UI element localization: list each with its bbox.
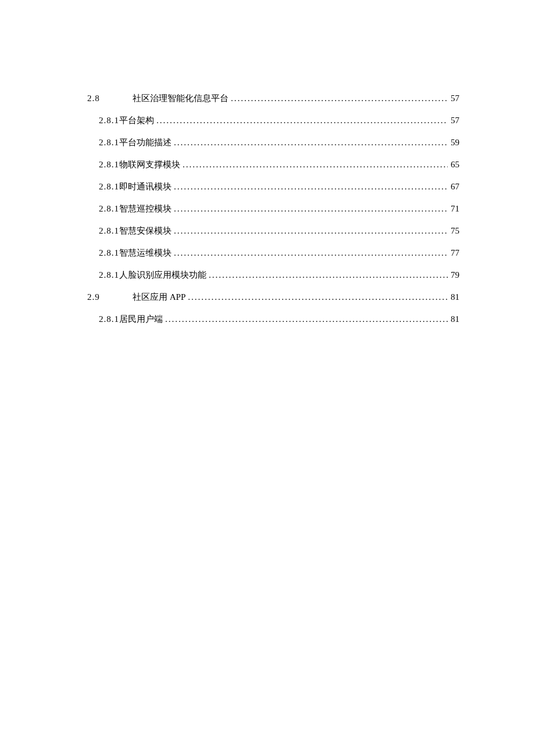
toc-leader-dots [163,314,448,324]
toc-leader-dots [180,160,448,170]
toc-page-number: 79 [448,270,459,280]
toc-number: 2.8.1 [99,182,119,192]
toc-leader-dots [172,226,448,236]
toc-entry[interactable]: 2.8.1 居民用户端 81 [87,314,459,325]
toc-entry[interactable]: 2.8.1 物联网支撑模块 65 [87,159,459,170]
toc-leader-dots [186,292,448,302]
toc-leader-dots [154,116,448,126]
toc-title: 平台功能描述 [119,137,172,148]
toc-title: 智慧巡控模块 [119,203,172,214]
toc-entry[interactable]: 2.8 社区治理智能化信息平台 57 [87,93,459,104]
toc-page-number: 57 [448,94,459,103]
toc-leader-dots [206,270,448,280]
toc-title: 社区治理智能化信息平台 [133,93,229,104]
toc-entry[interactable]: 2.9 社区应用 APP 81 [87,292,459,303]
toc-number: 2.8.1 [99,204,119,214]
toc-page-number: 77 [448,248,459,258]
toc-page-number: 67 [448,182,459,192]
toc-number: 2.8.1 [99,314,119,324]
toc-title: 即时通讯模块 [119,181,172,192]
toc-entry[interactable]: 2.8.1 平台功能描述 59 [87,137,459,148]
toc-leader-dots [172,248,448,258]
toc-entry[interactable]: 2.8.1 智慧巡控模块 71 [87,203,459,214]
toc-number: 2.9 [87,292,133,302]
toc-number: 2.8.1 [99,226,119,236]
toc-entry[interactable]: 2.8.1 平台架构 57 [87,115,459,126]
table-of-contents: 2.8 社区治理智能化信息平台 57 2.8.1 平台架构 57 2.8.1 平… [87,93,459,325]
toc-title: 平台架构 [119,115,154,126]
toc-leader-dots [172,204,448,214]
toc-page-number: 71 [448,204,459,214]
toc-title: 物联网支撑模块 [119,159,180,170]
toc-number: 2.8.1 [99,160,119,170]
toc-page-number: 75 [448,226,459,236]
toc-page-number: 81 [448,292,459,302]
toc-number: 2.8.1 [99,270,119,280]
toc-number: 2.8.1 [99,248,119,258]
toc-leader-dots [172,138,448,148]
toc-entry[interactable]: 2.8.1 人脸识别应用模块功能 79 [87,270,459,281]
toc-title: 智慧安保模块 [119,225,172,237]
toc-entry[interactable]: 2.8.1 即时通讯模块 67 [87,181,459,192]
toc-title: 居民用户端 [119,314,163,325]
toc-number: 2.8.1 [99,116,119,126]
toc-title: 人脸识别应用模块功能 [119,270,206,281]
toc-leader-dots [229,94,448,103]
toc-title: 智慧运维模块 [119,248,172,259]
toc-title: 社区应用 APP [133,292,186,303]
toc-page-number: 81 [448,314,459,324]
toc-page-number: 57 [448,116,459,126]
toc-page-number: 59 [448,138,459,148]
toc-number: 2.8 [87,94,133,103]
toc-leader-dots [172,182,448,192]
toc-number: 2.8.1 [99,138,119,148]
toc-page-number: 65 [448,160,459,170]
toc-entry[interactable]: 2.8.1 智慧安保模块 75 [87,225,459,237]
toc-entry[interactable]: 2.8.1 智慧运维模块 77 [87,248,459,259]
